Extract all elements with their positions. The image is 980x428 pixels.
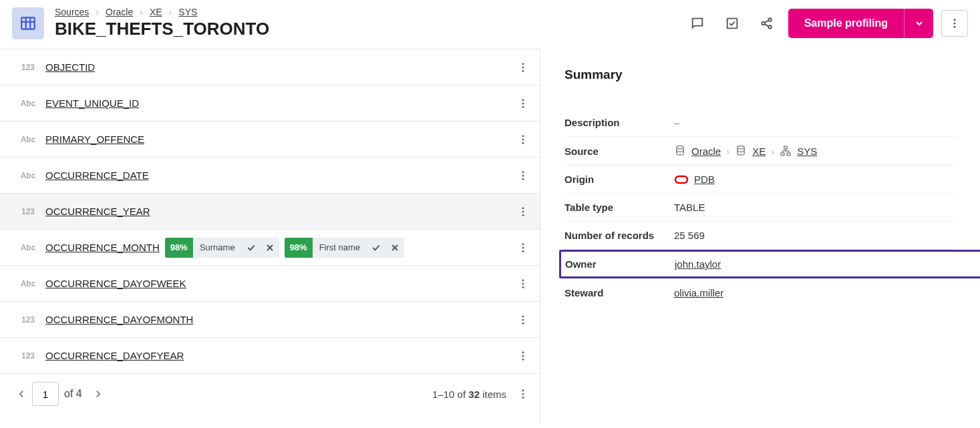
owner-link[interactable]: john.taylor — [675, 258, 721, 270]
svg-point-17 — [522, 102, 524, 104]
svg-point-14 — [522, 66, 524, 68]
more-menu-button[interactable] — [941, 10, 968, 37]
svg-rect-4 — [727, 18, 737, 28]
page-title: BIKE_THEFTS_TORONTO — [55, 19, 673, 39]
column-row[interactable]: 123 OBJECTID — [0, 49, 540, 85]
svg-point-26 — [522, 210, 524, 212]
pager-page-input[interactable] — [32, 382, 59, 406]
datatype-label: 123 — [11, 351, 45, 361]
svg-point-44 — [738, 146, 745, 150]
row-menu-button[interactable] — [517, 134, 529, 146]
checkbox-icon[interactable] — [719, 10, 746, 37]
source-link[interactable]: XE — [752, 146, 766, 157]
breadcrumb: Sources› Oracle› XE› SYS — [55, 7, 673, 17]
summary-row-owner: Owner john.taylor — [559, 250, 980, 278]
svg-point-31 — [522, 279, 524, 281]
source-link[interactable]: Oracle — [691, 146, 721, 157]
svg-point-13 — [522, 63, 524, 65]
datatype-label: 123 — [11, 315, 45, 325]
detection-chip: 98%First name — [285, 238, 404, 258]
pager-next[interactable] — [88, 383, 109, 405]
svg-point-10 — [954, 19, 956, 21]
svg-rect-46 — [781, 153, 784, 156]
accept-icon[interactable] — [242, 242, 261, 253]
svg-point-36 — [522, 322, 524, 324]
row-menu-button[interactable] — [517, 170, 529, 182]
reject-icon[interactable] — [385, 242, 404, 253]
origin-link[interactable]: PDB — [694, 174, 715, 185]
column-list: 123 OBJECTID Abc EVENT_UNIQUE_ID Abc PRI… — [0, 49, 540, 423]
chevron-right-icon: › — [140, 7, 143, 17]
svg-line-8 — [764, 20, 768, 23]
svg-point-20 — [522, 138, 524, 140]
svg-point-39 — [522, 358, 524, 360]
breadcrumb-item[interactable]: XE — [150, 7, 162, 17]
datatype-label: Abc — [11, 279, 45, 288]
datatype-label: Abc — [11, 135, 45, 144]
column-name[interactable]: OCCURRENCE_DAYOFYEAR — [45, 350, 184, 361]
pager-range: 1–10 of 32 items — [432, 389, 506, 400]
svg-point-24 — [522, 178, 524, 180]
svg-rect-45 — [784, 146, 788, 149]
summary-row-source: Source Oracle › XE › SYS — [564, 137, 956, 166]
column-row[interactable]: Abc OCCURRENCE_DAYOFWEEK — [0, 266, 540, 302]
breadcrumb-item[interactable]: Sources — [55, 7, 89, 17]
comment-icon[interactable] — [684, 10, 711, 37]
pager-of-label: of 4 — [64, 388, 82, 400]
share-icon[interactable] — [754, 10, 780, 37]
chip-percent: 98% — [285, 238, 313, 258]
steward-link[interactable]: olivia.miller — [674, 287, 723, 298]
datatype-label: 123 — [11, 63, 45, 72]
chevron-right-icon: › — [169, 7, 172, 17]
pager-menu[interactable] — [517, 388, 529, 400]
svg-point-27 — [522, 214, 524, 216]
chip-label: First name — [313, 242, 367, 252]
column-name[interactable]: OCCURRENCE_MONTH — [45, 242, 160, 253]
svg-point-32 — [522, 282, 524, 284]
row-menu-button[interactable] — [517, 97, 529, 110]
svg-point-33 — [522, 286, 524, 288]
summary-row-tabletype: Table type TABLE — [564, 194, 956, 222]
column-row[interactable]: Abc PRIMARY_OFFENCE — [0, 122, 540, 158]
pagination-bar: of 4 1–10 of 32 items — [0, 374, 540, 414]
row-menu-button[interactable] — [517, 61, 529, 73]
column-name[interactable]: OCCURRENCE_DATE — [45, 170, 149, 181]
row-menu-button[interactable] — [517, 350, 529, 362]
source-link[interactable]: SYS — [797, 146, 817, 157]
breadcrumb-item[interactable]: Oracle — [106, 7, 133, 17]
page-header: Sources› Oracle› XE› SYS BIKE_THEFTS_TOR… — [0, 0, 980, 49]
header-main: Sources› Oracle› XE› SYS BIKE_THEFTS_TOR… — [55, 7, 673, 39]
row-menu-button[interactable] — [517, 206, 529, 218]
accept-icon[interactable] — [367, 242, 385, 253]
svg-point-25 — [522, 207, 524, 209]
pager-prev[interactable] — [11, 383, 32, 405]
row-menu-button[interactable] — [517, 242, 529, 254]
column-name[interactable]: PRIMARY_OFFENCE — [45, 134, 144, 145]
svg-point-29 — [522, 246, 524, 248]
sample-profiling-dropdown[interactable] — [904, 9, 933, 38]
column-row[interactable]: Abc OCCURRENCE_MONTH 98%Surname98%First … — [0, 230, 540, 266]
datatype-label: Abc — [11, 171, 45, 180]
datatype-label: Abc — [11, 99, 45, 108]
breadcrumb-item[interactable]: SYS — [178, 7, 197, 17]
column-row[interactable]: 123 OCCURRENCE_YEAR — [0, 194, 540, 230]
svg-point-12 — [954, 25, 956, 27]
column-name[interactable]: EVENT_UNIQUE_ID — [45, 97, 139, 109]
header-actions: Sample profiling — [684, 9, 968, 38]
column-name[interactable]: OCCURRENCE_DAYOFMONTH — [45, 314, 193, 325]
column-name[interactable]: OBJECTID — [45, 61, 95, 73]
schema-icon — [780, 145, 792, 157]
chevron-right-icon: › — [96, 7, 99, 17]
column-row[interactable]: Abc EVENT_UNIQUE_ID — [0, 85, 540, 122]
sample-profiling-button[interactable]: Sample profiling — [788, 9, 904, 38]
column-row[interactable]: 123 OCCURRENCE_DAYOFMONTH — [0, 302, 540, 338]
column-name[interactable]: OCCURRENCE_YEAR — [45, 206, 150, 217]
column-row[interactable]: Abc OCCURRENCE_DATE — [0, 158, 540, 194]
row-menu-button[interactable] — [517, 278, 529, 290]
column-row[interactable]: 123 OCCURRENCE_DAYOFYEAR — [0, 338, 540, 374]
column-name[interactable]: OCCURRENCE_DAYOFWEEK — [45, 278, 186, 289]
summary-heading: Summary — [564, 67, 956, 82]
svg-point-15 — [522, 69, 524, 71]
reject-icon[interactable] — [261, 242, 279, 253]
row-menu-button[interactable] — [517, 314, 529, 326]
